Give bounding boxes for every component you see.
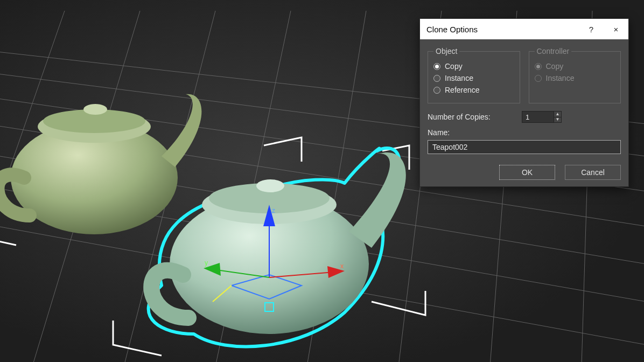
teapot-object-unselected[interactable] xyxy=(0,94,201,234)
close-button[interactable]: × xyxy=(604,19,628,39)
controller-option-instance: Instance xyxy=(535,74,615,82)
copies-label: Number of Copies: xyxy=(428,113,491,121)
close-icon: × xyxy=(614,25,619,34)
object-group: Object Copy Instance Reference xyxy=(428,47,520,103)
help-icon: ? xyxy=(589,25,593,34)
name-input[interactable] xyxy=(428,140,621,154)
cancel-button[interactable]: Cancel xyxy=(565,165,621,180)
radio-label: Instance xyxy=(445,74,473,82)
copies-spinner[interactable]: ▲ ▼ xyxy=(522,111,562,123)
object-option-reference[interactable]: Reference xyxy=(433,86,514,94)
dialog-titlebar[interactable]: Clone Options ? × xyxy=(420,19,628,39)
controller-option-copy: Copy xyxy=(535,62,615,71)
radio-label: Copy xyxy=(445,62,463,71)
radio-icon xyxy=(433,63,440,70)
spinner-down-icon[interactable]: ▼ xyxy=(554,117,561,123)
svg-point-22 xyxy=(256,179,284,192)
radio-icon xyxy=(535,63,542,70)
button-label: Cancel xyxy=(581,168,605,177)
object-group-legend: Object xyxy=(433,47,459,55)
controller-group: Controller Copy Instance xyxy=(529,47,621,103)
svg-text:x: x xyxy=(340,262,344,270)
radio-icon xyxy=(433,87,440,94)
object-option-instance[interactable]: Instance xyxy=(433,74,514,82)
copies-input[interactable] xyxy=(522,112,554,122)
dialog-title: Clone Options xyxy=(426,25,579,34)
radio-label: Instance xyxy=(546,74,575,82)
radio-icon xyxy=(535,75,542,82)
object-option-copy[interactable]: Copy xyxy=(433,62,514,71)
radio-label: Reference xyxy=(445,86,480,94)
button-label: OK xyxy=(522,168,533,177)
svg-text:z: z xyxy=(272,207,275,214)
radio-label: Copy xyxy=(546,62,564,71)
name-row: Name: xyxy=(428,128,621,154)
teapot-object-selected[interactable] xyxy=(149,148,406,346)
copies-row: Number of Copies: ▲ ▼ xyxy=(428,111,621,123)
ok-button[interactable]: OK xyxy=(499,165,555,180)
spinner-up-icon[interactable]: ▲ xyxy=(554,112,561,117)
clone-options-dialog: Clone Options ? × Object Copy Instance xyxy=(419,18,629,187)
controller-group-legend: Controller xyxy=(535,47,572,55)
svg-point-18 xyxy=(83,104,107,115)
radio-icon xyxy=(433,75,440,82)
svg-text:y: y xyxy=(205,259,208,267)
help-button[interactable]: ? xyxy=(579,19,604,39)
name-label: Name: xyxy=(428,128,621,137)
